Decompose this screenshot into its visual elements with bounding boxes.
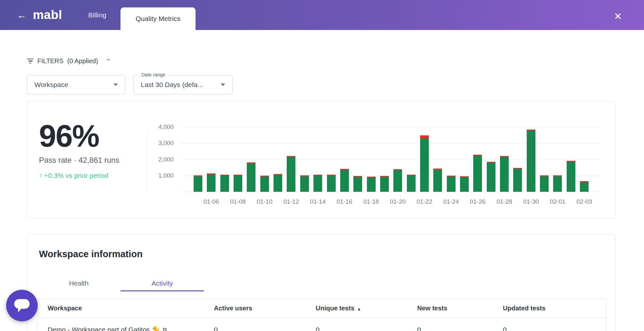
passed-segment <box>220 176 229 192</box>
passed-segment <box>487 163 495 192</box>
bar-01-23[interactable] <box>433 169 442 192</box>
passed-segment <box>407 176 416 192</box>
cell-active-users: 0 <box>214 326 316 331</box>
column-active-users[interactable]: Active users <box>214 305 316 312</box>
tab-quality-metrics[interactable]: Quality Metrics <box>120 7 196 30</box>
passed-segment <box>274 175 282 192</box>
tab-billing[interactable]: Billing <box>74 0 120 30</box>
bar-01-24[interactable] <box>447 176 456 192</box>
header-tabs: Billing Quality Metrics <box>74 0 196 30</box>
chevron-up-icon[interactable]: ⌃ <box>106 58 112 64</box>
x-axis-tick-label: 01-08 <box>224 198 253 205</box>
bar-01-25[interactable] <box>460 176 469 192</box>
bar-01-29[interactable] <box>513 168 522 192</box>
external-link-icon[interactable]: ⧉ <box>163 326 167 331</box>
passed-segment <box>287 157 295 192</box>
bar-01-22[interactable] <box>420 135 429 192</box>
bar-01-17[interactable] <box>353 176 362 192</box>
bar-01-21[interactable] <box>407 175 416 192</box>
passed-segment <box>340 170 349 192</box>
x-axis-tick-label: 02-03 <box>570 198 599 205</box>
gridline <box>181 127 600 127</box>
close-icon[interactable]: ✕ <box>613 12 623 21</box>
bar-01-10[interactable] <box>260 176 269 192</box>
tab-health[interactable]: Health <box>37 276 120 291</box>
passed-segment <box>367 178 376 192</box>
tab-activity[interactable]: Activity <box>120 276 204 291</box>
date-range-label: Date range <box>139 72 167 77</box>
passed-segment <box>353 177 362 192</box>
x-axis-tick-label: 01-16 <box>330 198 359 205</box>
workspace-table: Workspace Active users Unique tests▲ New… <box>37 299 606 331</box>
back-arrow-icon[interactable]: ← <box>17 10 26 20</box>
x-axis-tick-label: 02-01 <box>543 198 572 205</box>
sort-asc-icon: ▲ <box>357 307 361 311</box>
bar-01-07[interactable] <box>220 175 229 192</box>
workspace-information-card: Workspace information Health Activity Wo… <box>27 234 616 331</box>
cell-unique-tests: 0 <box>316 326 417 331</box>
passed-segment <box>380 177 389 192</box>
gridline <box>181 143 600 143</box>
date-range-dropdown[interactable]: Date range Last 30 Days (defa... <box>133 75 233 94</box>
bar-02-01[interactable] <box>553 175 562 192</box>
passed-segment <box>247 163 255 192</box>
passed-segment <box>513 169 522 192</box>
y-axis-tick-label: 3,000 <box>141 140 174 147</box>
bar-01-14[interactable] <box>313 175 322 192</box>
bar-01-20[interactable] <box>393 169 402 192</box>
bar-01-28[interactable] <box>500 156 509 192</box>
passed-segment <box>207 174 216 192</box>
passed-segment <box>194 176 202 192</box>
bar-01-13[interactable] <box>300 175 309 192</box>
bar-01-18[interactable] <box>367 177 376 192</box>
y-axis-tick-label: 4,000 <box>141 123 174 131</box>
bar-01-31[interactable] <box>540 175 549 192</box>
passed-segment <box>313 176 322 192</box>
workspace-filter-dropdown[interactable]: Workspace <box>27 75 125 94</box>
bar-01-06[interactable] <box>207 173 216 192</box>
bar-02-02[interactable] <box>567 161 575 192</box>
bar-01-26[interactable] <box>473 155 482 192</box>
bar-01-27[interactable] <box>487 162 495 192</box>
bar-01-30[interactable] <box>527 130 535 192</box>
passed-segment <box>433 170 442 192</box>
bar-02-03[interactable] <box>580 181 589 192</box>
column-unique-tests[interactable]: Unique tests▲ <box>316 305 417 312</box>
filters-toggle[interactable]: FILTERS (0 Applied) ⌃ <box>27 57 111 65</box>
bar-01-08[interactable] <box>234 175 242 192</box>
column-updated-tests[interactable]: Updated tests <box>503 305 606 312</box>
gridline <box>181 176 600 176</box>
bar-01-11[interactable] <box>274 174 282 192</box>
x-axis-tick-label: 01-30 <box>516 198 545 205</box>
runs-bar-chart: 1,0002,0003,0004,00001-0601-0801-1001-12… <box>181 127 600 192</box>
x-axis-tick-label: 01-06 <box>197 198 226 205</box>
workspace-name-link[interactable]: Demo - Workspace part of Gatitos 🐈 <box>48 326 160 331</box>
failed-segment <box>420 135 429 139</box>
passed-segment <box>567 162 575 192</box>
column-new-tests[interactable]: New tests <box>417 305 503 312</box>
bar-01-12[interactable] <box>287 156 295 192</box>
pass-rate-card: 96% Pass rate · 42,861 runs ↑ +0.3% vs p… <box>27 101 616 219</box>
cell-updated-tests: 0 <box>503 326 606 331</box>
bar-01-19[interactable] <box>380 176 389 192</box>
passed-segment <box>300 176 309 192</box>
cell-new-tests: 0 <box>417 326 503 331</box>
column-workspace[interactable]: Workspace <box>48 305 214 312</box>
bar-01-09[interactable] <box>247 162 255 192</box>
x-axis-tick-label: 01-26 <box>463 198 492 205</box>
pass-rate-subtitle: Pass rate · 42,861 runs <box>39 156 145 165</box>
bar-01-16[interactable] <box>340 169 349 192</box>
workspace-filter-value: Workspace <box>34 81 113 89</box>
y-axis-tick-label: 2,000 <box>141 156 174 163</box>
y-axis-tick-label: 1,000 <box>141 172 174 179</box>
x-axis-tick-label: 01-28 <box>490 198 519 205</box>
x-axis-tick-label: 01-20 <box>383 198 412 205</box>
passed-segment <box>500 157 509 192</box>
bar-01-05[interactable] <box>194 175 202 192</box>
date-range-value: Last 30 Days (defa... <box>141 81 221 89</box>
bar-01-15[interactable] <box>327 175 336 192</box>
passed-segment <box>420 139 429 192</box>
chat-widget-button[interactable] <box>6 290 38 321</box>
filters-label: FILTERS <box>37 57 63 65</box>
passed-segment <box>473 156 482 192</box>
